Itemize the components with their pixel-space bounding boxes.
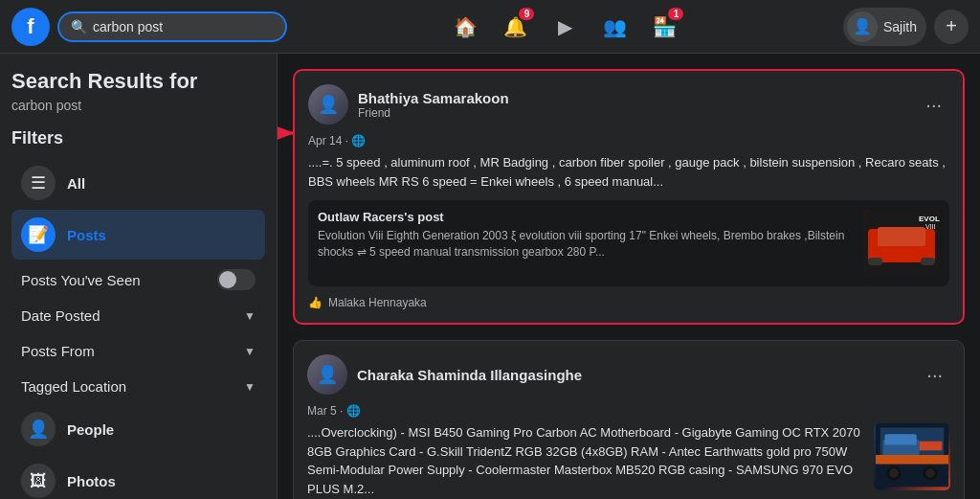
nav-home-button[interactable]: 🏠 xyxy=(442,4,488,50)
post-header-1: 👤 Bhathiya Samarakoon Friend ··· xyxy=(308,84,949,125)
post-image-2 xyxy=(874,423,950,490)
sidebar-item-posts-label: Posts xyxy=(67,227,256,243)
posts-seen-label: Posts You've Seen xyxy=(21,272,141,288)
reaction-icon-1: 👍 xyxy=(308,296,323,309)
reaction-user-1: Malaka Hennayaka xyxy=(328,296,427,309)
tagged-location-label: Tagged Location xyxy=(21,378,126,395)
filters-label: Filters xyxy=(11,128,265,148)
chevron-down-icon: ▼ xyxy=(244,345,256,358)
post-meta-1: Bhathiya Samarakoon Friend xyxy=(358,90,908,120)
search-input[interactable] xyxy=(93,19,274,34)
marketplace-badge: 1 xyxy=(668,8,683,20)
add-button[interactable]: + xyxy=(934,10,969,44)
preview-text-1: Outlaw Racers's post Evolution Viii Eigh… xyxy=(318,210,854,277)
photos-icon: 🖼 xyxy=(21,464,56,498)
search-results-content: 👤 Bhathiya Samarakoon Friend ··· Apr 14 … xyxy=(278,54,980,499)
posts-seen-toggle[interactable] xyxy=(217,269,256,290)
post-avatar-2: 👤 xyxy=(307,354,347,395)
posts-icon: 📝 xyxy=(21,217,56,252)
post-date-1: Apr 14 · 🌐 xyxy=(308,134,949,147)
search-results-title: Search Results for xyxy=(11,69,265,94)
sidebar-item-people-label: People xyxy=(67,421,256,438)
nav-groups-button[interactable]: 👥 xyxy=(591,4,637,50)
post-author-1: Bhathiya Samarakoon xyxy=(358,90,908,106)
svg-point-13 xyxy=(925,468,935,478)
nav-icons: 🏠 🔔 9 ▶ 👥 🏪 1 xyxy=(287,4,843,50)
people-icon: 👤 xyxy=(21,412,56,446)
nav-notifications-button[interactable]: 🔔 9 xyxy=(492,4,538,50)
preview-desc-1: Evolution Viii Eighth Generation 2003 ξ … xyxy=(318,228,854,261)
date-posted-filter[interactable]: Date Posted ▼ xyxy=(11,298,265,333)
svg-rect-4 xyxy=(868,258,882,265)
search-box[interactable]: 🔍 xyxy=(57,11,287,42)
sidebar-item-posts[interactable]: 📝 Posts xyxy=(11,210,265,260)
main-layout: Search Results for carbon post Filters ☰… xyxy=(0,54,980,499)
post-header-2: 👤 Charaka Shaminda Illangasinghe ··· xyxy=(307,354,950,395)
post-reactions-1: 👍 Malaka Hennayaka xyxy=(308,296,949,309)
toggle-knob xyxy=(219,271,236,288)
svg-text:VIII: VIII xyxy=(925,223,936,230)
nav-video-button[interactable]: ▶ xyxy=(542,4,588,50)
post-card-2: 👤 Charaka Shaminda Illangasinghe ··· Mar… xyxy=(293,340,965,499)
sidebar-item-all-label: All xyxy=(67,175,256,192)
post-date-2: Mar 5 · 🌐 xyxy=(307,404,950,418)
preview-title-1: Outlaw Racers's post xyxy=(318,210,854,224)
tagged-location-filter[interactable]: Tagged Location ▼ xyxy=(11,369,265,404)
sidebar-item-all[interactable]: ☰ All xyxy=(11,158,265,208)
svg-rect-15 xyxy=(885,434,917,444)
svg-rect-16 xyxy=(920,442,943,451)
search-icon: 🔍 xyxy=(71,19,87,34)
avatar-image-1: 👤 xyxy=(308,84,348,125)
post-body-1: ....=. 5 speed , aluminum roof , MR Badg… xyxy=(308,153,949,191)
user-name: Sajith xyxy=(883,19,917,34)
post-preview-1: Outlaw Racers's post Evolution Viii Eigh… xyxy=(308,200,949,286)
red-arrow xyxy=(278,100,304,147)
post-friend-label-1: Friend xyxy=(358,106,908,120)
post-menu-button-1[interactable]: ··· xyxy=(918,90,949,120)
nav-marketplace-button[interactable]: 🏪 1 xyxy=(641,4,687,50)
globe-icon-2: 🌐 xyxy=(346,404,361,418)
search-query: carbon post xyxy=(11,98,265,113)
date-posted-label: Date Posted xyxy=(21,307,100,324)
posts-from-label: Posts From xyxy=(21,343,95,359)
svg-rect-5 xyxy=(921,258,935,265)
svg-rect-17 xyxy=(876,455,948,465)
sidebar-item-photos[interactable]: 🖼 Photos xyxy=(11,456,265,499)
preview-image-1: EVOLUTION VIII xyxy=(863,210,940,277)
top-navigation: f 🔍 🏠 🔔 9 ▶ 👥 🏪 1 👤 Sajith + xyxy=(0,0,980,54)
svg-text:EVOLUTION: EVOLUTION xyxy=(919,215,940,223)
globe-icon-1: 🌐 xyxy=(351,134,366,147)
sidebar: Search Results for carbon post Filters ☰… xyxy=(0,54,278,499)
user-avatar-button[interactable]: 👤 Sajith xyxy=(843,8,926,46)
avatar-image-2: 👤 xyxy=(307,354,347,395)
post-menu-button-2[interactable]: ··· xyxy=(919,360,950,390)
avatar: 👤 xyxy=(847,11,878,42)
all-icon: ☰ xyxy=(21,166,56,200)
post-author-2: Charaka Shaminda Illangasinghe xyxy=(357,367,909,383)
post-avatar-1: 👤 xyxy=(308,84,348,125)
post-body-2: ....Overclocking) - MSI B450 Gaming Pro … xyxy=(307,423,864,498)
notification-badge: 9 xyxy=(519,8,534,20)
posts-from-filter[interactable]: Posts From ▼ xyxy=(11,333,265,369)
svg-point-11 xyxy=(889,468,899,478)
post-meta-2: Charaka Shaminda Illangasinghe xyxy=(357,367,909,383)
post-image-area-2: ....Overclocking) - MSI B450 Gaming Pro … xyxy=(307,423,950,499)
sidebar-item-people[interactable]: 👤 People xyxy=(11,404,265,454)
nav-right: 👤 Sajith + xyxy=(843,8,969,46)
posts-seen-filter[interactable]: Posts You've Seen xyxy=(11,261,265,298)
chevron-down-icon: ▼ xyxy=(244,380,256,394)
svg-rect-3 xyxy=(878,227,925,246)
facebook-logo: f xyxy=(11,8,50,46)
post-card-1: 👤 Bhathiya Samarakoon Friend ··· Apr 14 … xyxy=(293,69,965,325)
chevron-down-icon: ▼ xyxy=(244,309,256,323)
sidebar-item-photos-label: Photos xyxy=(67,473,256,489)
